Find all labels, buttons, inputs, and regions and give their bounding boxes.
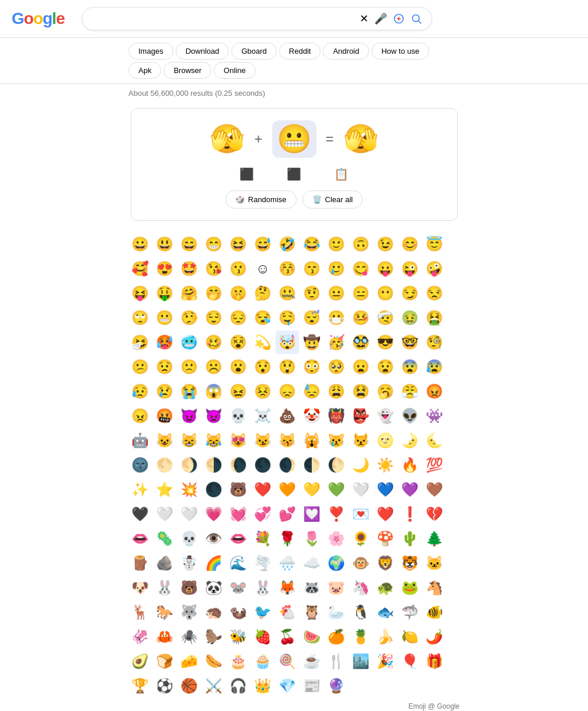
emoji-cell[interactable]: 🥰: [128, 257, 152, 280]
emoji-cell[interactable]: 😱: [202, 380, 225, 403]
emoji-cell[interactable]: 😐: [325, 282, 348, 305]
emoji-cell[interactable]: 🌝: [374, 429, 397, 452]
emoji-cell[interactable]: 😍: [153, 257, 176, 280]
emoji-cell[interactable]: 😫: [349, 380, 373, 403]
emoji-cell[interactable]: 🥳: [325, 331, 348, 354]
tab-online[interactable]: Online: [214, 62, 256, 79]
emoji-cell[interactable]: 😤: [398, 380, 422, 403]
emoji-cell[interactable]: 🤕: [374, 306, 397, 330]
emoji-cell[interactable]: 🌜: [423, 429, 446, 452]
emoji-cell[interactable]: 😿: [325, 429, 348, 452]
emoji-cell[interactable]: 😻: [227, 429, 250, 452]
emoji-cell[interactable]: 😲: [276, 355, 299, 379]
emoji-cell[interactable]: 💛: [300, 478, 323, 501]
emoji-cell[interactable]: 🤍: [178, 502, 201, 526]
emoji-cell[interactable]: 🤥: [178, 306, 201, 330]
emoji-cell[interactable]: 😧: [374, 355, 397, 379]
emoji-cell[interactable]: 💟: [300, 502, 323, 526]
emoji-cell[interactable]: 👹: [325, 404, 348, 428]
emoji-cell[interactable]: 🦠: [153, 527, 176, 550]
emoji-cell[interactable]: 😮: [227, 355, 250, 379]
emoji-cell[interactable]: 😬: [153, 306, 176, 330]
emoji-cell[interactable]: 😣: [251, 380, 274, 403]
emoji-cell[interactable]: 🧀: [178, 650, 201, 673]
emoji-cell[interactable]: 🦊: [276, 576, 299, 599]
emoji-cell[interactable]: 😎: [374, 331, 397, 354]
emoji-cell[interactable]: 🍌: [374, 625, 397, 648]
emoji-cell[interactable]: 😩: [325, 380, 348, 403]
emoji-cell[interactable]: 🔮: [325, 674, 348, 698]
emoji-cell[interactable]: 🐸: [398, 576, 422, 599]
emoji-cell[interactable]: 🤤: [276, 306, 299, 330]
emoji-cell[interactable]: 😗: [227, 257, 250, 280]
emoji-cell[interactable]: 😡: [423, 380, 446, 403]
emoji-cell[interactable]: 💓: [227, 502, 250, 526]
emoji-cell[interactable]: 🤯: [276, 331, 299, 354]
emoji-cell[interactable]: 🐭: [227, 576, 250, 599]
emoji-cell[interactable]: 💀: [178, 527, 201, 550]
emoji-cell[interactable]: 💚: [325, 478, 348, 501]
emoji-cell[interactable]: 🌕: [153, 453, 176, 477]
emoji-cell[interactable]: ❤️: [374, 502, 397, 526]
emoji-cell[interactable]: 🐺: [178, 601, 201, 624]
emoji-cell[interactable]: 🦫: [202, 625, 225, 648]
emoji-cell[interactable]: 😰: [423, 355, 446, 379]
emoji-cell[interactable]: 🌑: [202, 478, 225, 501]
emoji-cell[interactable]: 🐦: [251, 601, 274, 624]
emoji-cell[interactable]: ☃️: [178, 552, 201, 575]
emoji-cell[interactable]: 🌵: [398, 527, 422, 550]
emoji-cell[interactable]: 😑: [349, 282, 373, 305]
emoji-cell[interactable]: 🪵: [128, 552, 152, 575]
emoji-cell[interactable]: 🖤: [128, 502, 152, 526]
emoji-cell[interactable]: 😥: [128, 380, 152, 403]
emoji-cell[interactable]: 🌊: [227, 552, 250, 575]
emoji-cell[interactable]: 🎂: [227, 650, 250, 673]
emoji-cell[interactable]: 🤎: [423, 478, 446, 501]
emoji-cell[interactable]: 😃: [153, 233, 176, 256]
emoji-cell[interactable]: 🪨: [153, 552, 176, 575]
dice-icon-2[interactable]: ⬛: [287, 167, 301, 181]
emoji-cell[interactable]: 🤐: [276, 282, 299, 305]
emoji-cell[interactable]: 😒: [423, 282, 446, 305]
emoji-cell[interactable]: 🤩: [178, 257, 201, 280]
emoji-cell[interactable]: 🐔: [276, 601, 299, 624]
copy-icon[interactable]: 📋: [334, 167, 349, 181]
emoji-cell[interactable]: 👺: [349, 404, 373, 428]
emoji-cell[interactable]: ❗: [398, 502, 422, 526]
emoji-cell[interactable]: 💩: [276, 404, 299, 428]
emoji-cell[interactable]: 😢: [153, 380, 176, 403]
emoji-cell[interactable]: 🍋: [398, 625, 422, 648]
emoji-cell[interactable]: 🐵: [349, 552, 373, 575]
emoji-cell[interactable]: 🤗: [178, 282, 201, 305]
emoji-cell[interactable]: 💫: [251, 331, 274, 354]
emoji-cell[interactable]: 😾: [349, 429, 373, 452]
emoji-cell[interactable]: 🌪️: [251, 552, 274, 575]
emoji-cell[interactable]: 🤧: [128, 331, 152, 354]
emoji-cell[interactable]: 😼: [251, 429, 274, 452]
emoji-cell[interactable]: 🦌: [128, 601, 152, 624]
emoji-cell[interactable]: 🧡: [276, 478, 299, 501]
emoji-cell[interactable]: 😖: [227, 380, 250, 403]
emoji-cell[interactable]: 😆: [227, 233, 250, 256]
emoji-cell[interactable]: 🐢: [374, 576, 397, 599]
emoji-cell[interactable]: 🤡: [300, 404, 323, 428]
emoji-cell[interactable]: 🐝: [227, 625, 250, 648]
emoji-cell[interactable]: 🤫: [227, 282, 250, 305]
emoji-cell[interactable]: 🐶: [128, 576, 152, 599]
emoji-cell[interactable]: 🌹: [276, 527, 299, 550]
emoji-cell[interactable]: 👄: [128, 527, 152, 550]
emoji-cell[interactable]: 👻: [374, 404, 397, 428]
emoji-cell[interactable]: 💕: [276, 502, 299, 526]
emoji-cell[interactable]: 😪: [251, 306, 274, 330]
emoji-cell[interactable]: 🙂: [325, 233, 348, 256]
tab-reddit[interactable]: Reddit: [279, 43, 321, 60]
emoji-cell[interactable]: 🥴: [202, 331, 225, 354]
search-input[interactable]: emoji kitchen: [92, 13, 354, 24]
randomise-button[interactable]: 🎲 Randomise: [225, 190, 297, 209]
emoji-cell[interactable]: 💗: [202, 502, 225, 526]
tab-images[interactable]: Images: [128, 43, 173, 60]
emoji-cell[interactable]: 🌘: [227, 453, 250, 477]
emoji-cell[interactable]: 🦢: [325, 601, 348, 624]
emoji-cell[interactable]: 💜: [398, 478, 422, 501]
emoji-cell[interactable]: ✨: [128, 478, 152, 501]
